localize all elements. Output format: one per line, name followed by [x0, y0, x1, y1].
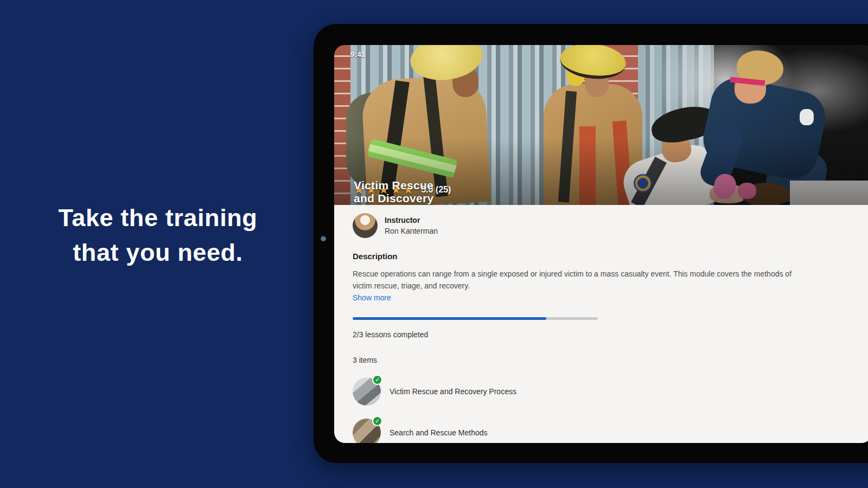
description-heading: Description: [353, 252, 868, 261]
lesson-title: Victim Rescue and Recovery Process: [390, 387, 516, 396]
lesson-thumbnail-wrap: ✓: [353, 377, 381, 406]
instructor-avatar: [353, 213, 378, 238]
instructor-labels: Instructor Ron Kanterman: [385, 216, 438, 235]
progress-bar-fill: [353, 317, 546, 320]
lesson-title: Search and Rescue Methods: [390, 428, 488, 437]
course-header: Victim Rescue and Discovery ★★★★★ 5.0 (2…: [354, 179, 451, 196]
tablet-device: 9:41 Victim Rescue and Discovery ★★★★★ 5…: [314, 24, 868, 463]
lesson-item[interactable]: ✓ Search and Rescue Methods: [353, 419, 868, 443]
description-text: Rescue operations can range from a singl…: [353, 268, 811, 292]
headline-line2: that you need.: [28, 235, 288, 270]
lessons-completed-label: 2/3 lessons completed: [353, 330, 868, 339]
course-progress-bar: [353, 317, 598, 320]
completed-check-icon: ✓: [372, 375, 382, 385]
course-title: Victim Rescue and Discovery: [354, 179, 451, 205]
completed-check-icon: ✓: [372, 416, 382, 426]
marketing-screenshot: Take the training that you need.: [0, 0, 868, 488]
items-count-label: 3 items: [353, 356, 868, 364]
course-details: Instructor Ron Kanterman Description Res…: [334, 205, 868, 443]
lesson-item[interactable]: ✓ Victim Rescue and Recovery Process: [353, 377, 868, 406]
instructor-row: Instructor Ron Kanterman: [353, 213, 868, 239]
tablet-camera-icon: [321, 236, 326, 241]
tablet-screen: 9:41 Victim Rescue and Discovery ★★★★★ 5…: [334, 45, 868, 443]
headline: Take the training that you need.: [28, 201, 288, 270]
instructor-label: Instructor: [385, 216, 438, 224]
headline-line1: Take the training: [28, 201, 288, 235]
instructor-name: Ron Kanterman: [385, 227, 438, 235]
course-hero-image: 9:41 Victim Rescue and Discovery ★★★★★ 5…: [334, 45, 868, 205]
status-bar-time: 9:41: [350, 50, 366, 59]
show-more-link[interactable]: Show more: [353, 293, 391, 302]
lesson-thumbnail-wrap: ✓: [353, 419, 381, 443]
